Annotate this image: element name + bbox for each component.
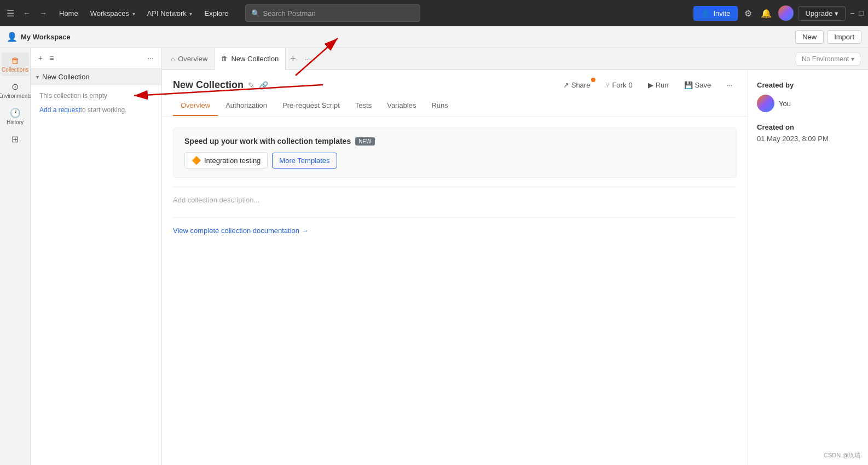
upgrade-button[interactable]: Upgrade ▾ [798,6,846,21]
sidebar-item-environments[interactable]: ⊙ Environments [2,78,29,102]
invite-button[interactable]: 👤 Invite [693,6,738,21]
env-chevron-icon: ▾ [851,55,854,63]
nav-workspaces[interactable]: Workspaces ▾ [85,6,141,21]
more-options-icon[interactable]: ··· [145,53,156,63]
tab-overview[interactable]: ⌂ Overview [164,48,215,70]
description-placeholder[interactable]: Add collection description... [173,191,259,208]
collection-name: New Collection [42,73,156,81]
collection-more-icon[interactable]: ··· [722,79,737,91]
filter-icon[interactable]: ≡ [47,53,56,63]
collection-body: Speed up your work with collection templ… [162,117,748,246]
integration-testing-icon: 🔶 [192,156,201,165]
environment-selector[interactable]: No Environment ▾ [796,53,860,66]
forward-arrow-icon[interactable]: → [37,7,49,20]
api-network-chevron-icon: ▾ [189,11,192,17]
share-notification-dot [591,78,595,82]
sidebar-avatar [757,95,774,112]
collection-header-actions: ↗ Share ⑂ Fork 0 ▶ Run [559,79,737,91]
collection-tab-icon: 🗑 [221,55,228,62]
avatar[interactable] [778,5,794,21]
settings-icon[interactable]: ⚙ [742,6,754,21]
overview-tab-icon: ⌂ [171,55,175,63]
share-icon: ↗ [563,81,569,89]
created-by-label: Created by [757,81,859,89]
history-icon: 🕐 [10,108,21,118]
nav-links: Home Workspaces ▾ API Network ▾ Explore [54,6,234,21]
fork-icon: ⑂ [605,81,610,89]
integration-testing-template[interactable]: 🔶 Integration testing [184,152,268,168]
created-on-label: Created on [757,123,859,131]
run-button[interactable]: ▶ Run [644,79,673,91]
templates-title: Speed up your work with collection templ… [184,137,725,146]
tab-bar: ⌂ Overview 🗑 New Collection + ··· No Env… [162,48,868,70]
content-area: ⌂ Overview 🗑 New Collection + ··· No Env… [162,48,868,465]
sub-tab-variables[interactable]: Variables [379,96,424,116]
tab-more-icon[interactable]: ··· [300,55,316,63]
right-sidebar: Created by You Created on 01 May 2023, 8… [748,70,868,465]
fork-button[interactable]: ⑂ Fork 0 [601,79,636,91]
edit-icon[interactable]: ✎ [248,81,254,90]
more-templates-button[interactable]: More Templates [272,153,337,168]
collection-main: New Collection ✎ 🔗 ↗ Share ⑂ [162,70,868,465]
collections-icon: 🗑 [11,56,20,66]
minimize-button[interactable]: − [850,9,854,18]
left-panel-header: + ≡ ··· [31,48,161,68]
upgrade-chevron-icon: ▾ [835,9,838,18]
import-button[interactable]: Import [827,30,861,44]
back-arrow-icon[interactable]: ← [21,7,33,20]
doc-link[interactable]: View complete collection documentation → [173,217,737,235]
search-bar[interactable]: 🔍 Search Postman [245,4,420,22]
search-icon: 🔍 [251,9,260,18]
add-request-suffix: to start working. [80,106,127,114]
user-icon: 👤 [7,32,18,42]
new-badge: NEW [355,137,374,146]
collection-content: New Collection ✎ 🔗 ↗ Share ⑂ [162,70,748,465]
topbar-left: ☰ ← → Home Workspaces ▾ API Network ▾ Ex… [4,6,234,21]
collection-header: New Collection ✎ 🔗 ↗ Share ⑂ [162,70,748,91]
add-request-link[interactable]: Add a request [39,106,80,114]
sub-tab-tests[interactable]: Tests [348,96,379,116]
workspaces-chevron-icon: ▾ [132,11,135,17]
sidebar-item-history[interactable]: 🕐 History [2,104,29,129]
invite-icon: 👤 [701,9,710,18]
tab-new-collection[interactable]: 🗑 New Collection [215,48,286,70]
nav-explore[interactable]: Explore [199,6,234,21]
search-placeholder: Search Postman [263,9,316,18]
sidebar-item-workspaces[interactable]: ⊞ [2,131,29,149]
workspace-name: My Workspace [21,33,795,41]
save-icon: 💾 [684,81,693,89]
sub-tab-pre-request-script[interactable]: Pre-request Script [275,96,348,116]
run-icon: ▶ [648,81,653,89]
new-button[interactable]: New [795,30,824,44]
collection-list: ▾ New Collection This collection is empt… [31,68,161,465]
main-layout: 🗑 Collections ⊙ Environments 🕐 History ⊞… [0,48,868,465]
collection-chevron-icon: ▾ [36,74,39,80]
created-on-date: 01 May 2023, 8:09 PM [757,135,859,143]
save-button[interactable]: 💾 Save [680,79,716,91]
maximize-button[interactable]: □ [859,9,864,18]
watermark: CSDN @玖瑞- [824,451,863,460]
add-tab-icon[interactable]: + [286,53,300,65]
collection-item-new[interactable]: ▾ New Collection [31,68,161,85]
notifications-icon[interactable]: 🔔 [759,6,774,21]
nav-api-network[interactable]: API Network ▾ [142,6,198,21]
tab-right: No Environment ▾ [796,53,866,66]
add-icon[interactable]: + [36,53,45,63]
sub-tab-overview[interactable]: Overview [173,96,218,116]
workspaces-icon: ⊞ [11,134,19,144]
description-area: Add collection description... [173,187,737,204]
menu-icon[interactable]: ☰ [4,6,16,21]
share-wrapper: ↗ Share [559,79,595,91]
sidebar-item-collections[interactable]: 🗑 Collections [2,53,29,76]
workspace-bar: 👤 My Workspace New Import [0,26,868,48]
topbar: ☰ ← → Home Workspaces ▾ API Network ▾ Ex… [0,0,868,26]
templates-card: Speed up your work with collection templ… [173,127,737,178]
sub-tab-runs[interactable]: Runs [424,96,455,116]
nav-home[interactable]: Home [54,6,84,21]
link-icon[interactable]: 🔗 [259,81,268,90]
collection-title: New Collection [173,79,244,91]
environments-icon: ⊙ [11,82,19,92]
share-button[interactable]: ↗ Share [559,79,595,91]
sub-tab-authorization[interactable]: Authorization [218,96,275,116]
sub-tabs: Overview Authorization Pre-request Scrip… [162,96,748,117]
